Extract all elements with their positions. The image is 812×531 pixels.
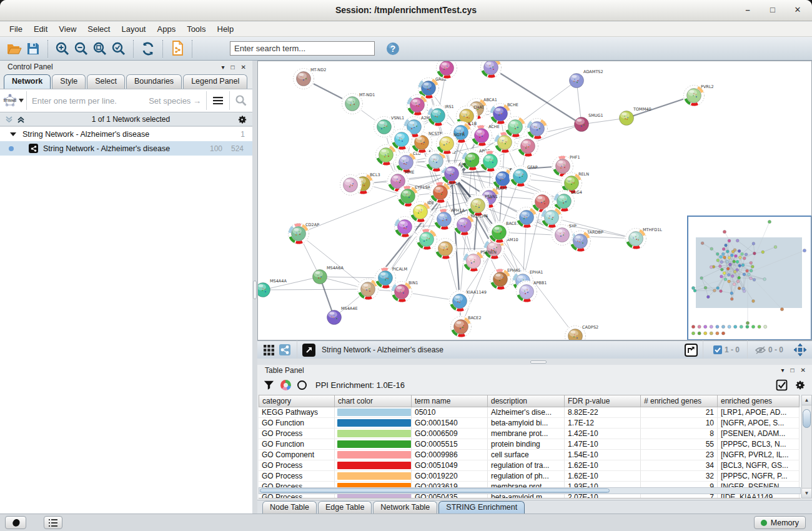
cell-count[interactable]: 8 <box>641 429 718 439</box>
cell-fdr[interactable]: 1.62E-10 <box>565 471 641 482</box>
network-node-psenen[interactable]: PSENEN <box>462 250 497 272</box>
tab-boundaries[interactable]: Boundaries <box>126 74 182 89</box>
select-all-check-icon[interactable] <box>776 379 788 391</box>
cell-category[interactable]: KEGG Pathways <box>259 407 335 418</box>
network-node-ms4a6a[interactable]: MS4A6A <box>313 266 344 284</box>
cell-color[interactable] <box>335 471 412 482</box>
cell-fdr[interactable]: 1.54E-10 <box>565 450 641 460</box>
chart-settings-icon[interactable] <box>280 380 291 390</box>
cell-color[interactable] <box>335 439 412 450</box>
tab-select[interactable]: Select <box>87 74 125 89</box>
cell-count[interactable]: 55 <box>641 439 718 450</box>
column-header[interactable]: FDR p-value <box>565 395 641 407</box>
cell-fdr[interactable]: 8.82E-22 <box>565 407 641 418</box>
network-node-irs1[interactable]: IRS1 <box>427 104 454 127</box>
network-node-notch4[interactable]: NOTCH4 <box>453 214 488 236</box>
network-node[interactable] <box>540 206 563 229</box>
cell-desc[interactable]: Alzheimer's dise... <box>488 407 565 418</box>
minimize-button[interactable]: – <box>742 4 753 16</box>
table-row[interactable]: GO ComponentGO:0009986cell surface1.54E-… <box>259 450 801 460</box>
cell-color[interactable] <box>335 460 412 471</box>
network-node[interactable] <box>339 174 362 196</box>
tab-string-enrichment[interactable]: STRING Enrichment <box>438 501 525 514</box>
network-node-adamts2[interactable]: ADAMTS2 <box>570 69 603 88</box>
tab-edge-table[interactable]: Edge Table <box>318 501 372 514</box>
splitter-grip[interactable] <box>253 280 257 299</box>
grid-view-icon[interactable] <box>264 345 274 355</box>
tab-legend-panel[interactable]: Legend Panel <box>183 74 247 89</box>
share-view-icon[interactable] <box>279 344 290 355</box>
tab-style[interactable]: Style <box>52 74 86 89</box>
network-node-tardbp[interactable]: TARDBP <box>569 230 603 252</box>
panel-close-icon[interactable]: ✕ <box>801 367 806 374</box>
network-collection-row[interactable]: String Network - Alzheimer's disease 1 <box>0 127 252 141</box>
tab-network-table[interactable]: Network Table <box>373 501 437 514</box>
maximize-button[interactable]: □ <box>767 4 778 16</box>
help-icon[interactable]: ? <box>384 39 402 58</box>
import-network-icon[interactable] <box>168 39 187 58</box>
birdseye-view[interactable] <box>687 216 812 340</box>
cell-term[interactable]: GO:0051049 <box>412 460 488 471</box>
network-node-cadps2[interactable]: CADPS2 <box>564 325 598 340</box>
set-species-label[interactable]: Set species → <box>149 96 201 106</box>
menu-item-view[interactable]: View <box>53 22 82 37</box>
cell-color[interactable] <box>335 429 412 439</box>
export-network-icon[interactable] <box>685 344 698 357</box>
table-row[interactable]: GO ProcessGO:0051049regulation of tra...… <box>259 460 801 471</box>
network-node-mt-nd2[interactable]: MT-ND2 <box>292 67 326 90</box>
cell-fdr[interactable]: 1.47E-10 <box>565 439 641 450</box>
menu-item-apps[interactable]: Apps <box>152 22 182 37</box>
table-row[interactable]: GO ProcessGO:0019220regulation of ph...1… <box>259 471 801 482</box>
cell-term[interactable]: GO:0006509 <box>412 429 488 439</box>
cell-category[interactable]: GO Function <box>259 439 335 450</box>
cell-count[interactable]: 10 <box>641 418 718 429</box>
panel-float-icon[interactable]: □ <box>231 64 235 71</box>
collapse-all-icon[interactable] <box>5 116 13 124</box>
cell-genes[interactable]: [NGFR, PVRL2, IL... <box>718 450 800 460</box>
cell-term[interactable]: GO:0005515 <box>412 439 488 450</box>
table-row[interactable]: GO ProcessGO:0006509membrane prot...1.42… <box>259 429 801 439</box>
network-node[interactable] <box>479 150 502 172</box>
network-options-gear-icon[interactable] <box>237 114 247 125</box>
cell-color[interactable] <box>335 418 412 429</box>
cell-desc[interactable]: regulation of ph... <box>488 471 565 482</box>
filter-icon[interactable] <box>264 380 274 390</box>
tab-network[interactable]: Network <box>4 74 51 89</box>
draw-charts-icon[interactable] <box>297 380 307 390</box>
column-header[interactable]: term name <box>412 395 488 407</box>
column-header[interactable]: enriched genes <box>718 395 800 407</box>
cell-category[interactable]: GO Process <box>259 460 335 471</box>
panel-float-icon[interactable]: □ <box>791 367 795 374</box>
dock-panel-button[interactable] <box>5 516 26 529</box>
network-node[interactable] <box>406 94 428 116</box>
menu-item-layout[interactable]: Layout <box>116 22 151 37</box>
network-node-kiaa1149[interactable]: KIAA1149 <box>448 290 487 312</box>
network-node[interactable] <box>504 116 527 138</box>
cell-desc[interactable]: beta-amyloid bi... <box>488 418 565 429</box>
detach-view-icon[interactable] <box>302 344 315 357</box>
search-input[interactable] <box>230 41 375 56</box>
cell-category[interactable]: GO Component <box>259 450 335 460</box>
cell-category[interactable]: GO Function <box>259 418 335 429</box>
menu-item-file[interactable]: File <box>4 22 28 37</box>
network-node[interactable] <box>526 117 548 140</box>
string-term-input[interactable] <box>32 96 149 106</box>
table-row[interactable]: GO FunctionGO:0001540beta-amyloid bi...1… <box>259 418 801 429</box>
cell-fdr[interactable]: 1.42E-10 <box>565 429 641 439</box>
cell-term[interactable]: 05010 <box>412 407 488 418</box>
cell-count[interactable]: 34 <box>641 460 718 471</box>
network-node-cd2ap[interactable]: CD2AP <box>287 222 319 245</box>
scrollbar-thumb[interactable] <box>803 409 811 428</box>
menu-item-help[interactable]: Help <box>212 22 240 37</box>
scrollbar-thumb[interactable] <box>260 489 610 493</box>
scroll-down-icon[interactable]: ▼ <box>802 488 811 498</box>
cell-desc[interactable]: protein binding <box>488 439 565 450</box>
cell-color[interactable] <box>335 407 412 418</box>
string-options-icon[interactable] <box>207 89 229 112</box>
expand-all-icon[interactable] <box>17 116 25 124</box>
network-node-mt-nd1[interactable]: MT-ND1 <box>341 92 375 115</box>
string-logo-icon[interactable]: STRING <box>0 93 26 108</box>
network-node[interactable] <box>375 144 397 166</box>
menu-item-select[interactable]: Select <box>82 22 116 37</box>
network-node[interactable] <box>394 216 416 238</box>
